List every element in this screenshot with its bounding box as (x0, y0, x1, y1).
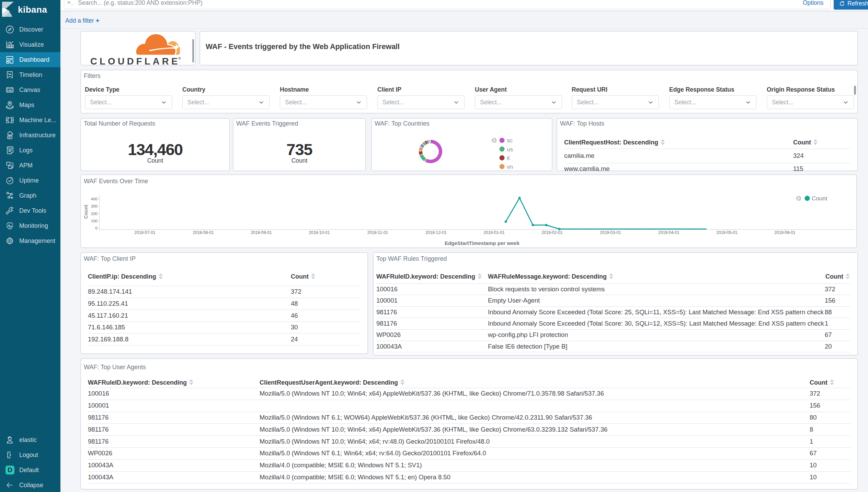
svg-text:2018-07-01: 2018-07-01 (134, 230, 156, 235)
svg-text:200: 200 (91, 212, 98, 216)
svg-text:it: it (507, 155, 510, 161)
svg-text:2019-05-01: 2019-05-01 (716, 230, 738, 235)
svg-text:0: 0 (95, 226, 98, 230)
svg-text:2018-11-01: 2018-11-01 (367, 230, 388, 235)
svg-text:2018-09-01: 2018-09-01 (251, 230, 272, 235)
svg-text:100: 100 (91, 219, 98, 223)
svg-text:2019-01-01: 2019-01-01 (483, 230, 505, 235)
svg-text:®: ® (178, 57, 181, 60)
svg-text:2019-04-01: 2019-04-01 (658, 230, 679, 235)
svg-text:2018-08-01: 2018-08-01 (193, 230, 214, 235)
svg-text:Count: Count (812, 195, 827, 202)
svg-text:EdgeStartTimestamp per week: EdgeStartTimestamp per week (445, 240, 520, 246)
svg-text:2019-02-01: 2019-02-01 (541, 230, 563, 235)
svg-text:2018-12-01: 2018-12-01 (425, 230, 447, 235)
svg-text:2018-10-01: 2018-10-01 (309, 230, 330, 235)
svg-text:300: 300 (91, 204, 98, 208)
svg-text:2019-06-01: 2019-06-01 (774, 230, 796, 235)
svg-text:400: 400 (91, 197, 98, 201)
svg-text:Count: Count (83, 204, 89, 219)
svg-text:sc: sc (507, 137, 513, 144)
svg-text:2019-03-01: 2019-03-01 (600, 230, 621, 235)
svg-text:CLOUDFLARE: CLOUDFLARE (90, 56, 180, 66)
svg-text:us: us (507, 146, 513, 153)
svg-text:vn: vn (507, 164, 513, 170)
